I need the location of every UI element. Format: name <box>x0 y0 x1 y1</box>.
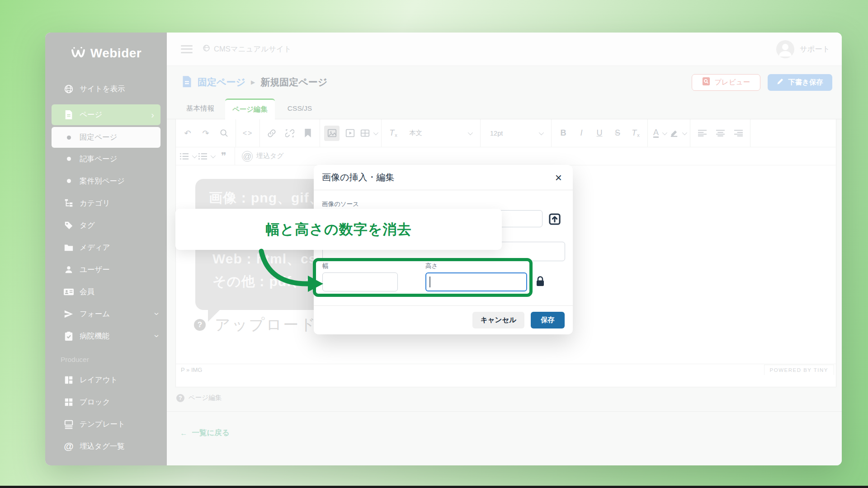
sidebar-item-case-pages[interactable]: 案件別ページ <box>45 170 167 192</box>
breadcrumb-separator-icon: ▶ <box>251 79 255 85</box>
strikethrough-button[interactable]: S <box>610 126 625 141</box>
topbar: CMSマニュアルサイト サポート <box>167 33 842 66</box>
annotation-text: 幅と高さの数字を消去 <box>266 220 412 239</box>
italic-button[interactable]: I <box>574 126 589 141</box>
category-tree-icon <box>63 198 74 208</box>
undo-button[interactable]: ↶ <box>180 126 195 141</box>
user-name: サポート <box>800 44 830 54</box>
clear-formatting-button[interactable]: Tx <box>386 126 401 141</box>
width-input[interactable] <box>322 272 398 291</box>
numbered-list-button[interactable] <box>180 150 196 163</box>
insert-image-button[interactable] <box>324 126 340 141</box>
height-input[interactable] <box>425 272 527 291</box>
user-menu[interactable]: サポート <box>776 40 830 58</box>
at-icon: @ <box>63 441 74 452</box>
anchor-bookmark-button[interactable] <box>300 126 316 141</box>
remove-format-button[interactable]: Tx <box>628 126 643 141</box>
width-label: 幅 <box>322 262 329 270</box>
dialog-title: 画像の挿入・編集 <box>322 171 394 183</box>
layout-icon <box>63 375 74 385</box>
tab-basic-info[interactable]: 基本情報 <box>175 98 225 119</box>
sidebar-item-hospital-functions[interactable]: 病院機能 › <box>45 325 167 347</box>
breadcrumb: 固定ページ ▶ 新規固定ページ <box>182 75 327 89</box>
search-button[interactable] <box>216 126 231 141</box>
sidebar-item-users[interactable]: ユーザー <box>45 258 167 281</box>
sidebar-item-layout[interactable]: レイアウト <box>45 369 167 391</box>
highlight-color-button[interactable] <box>670 126 686 141</box>
link-button[interactable] <box>264 126 279 141</box>
bullet-icon <box>63 179 74 183</box>
sidebar-item-embed-tags[interactable]: @ 埋込タグ一覧 <box>45 435 167 457</box>
sidebar-item-category[interactable]: カテゴリ <box>45 192 167 214</box>
help-icon[interactable]: ? <box>176 394 184 402</box>
source-code-button[interactable]: <> <box>240 126 255 141</box>
constrain-proportions-lock-icon[interactable] <box>535 276 545 289</box>
sidebar-item-label: テンプレート <box>80 419 159 429</box>
upload-file-button[interactable] <box>548 212 561 226</box>
sidebar-item-label: 埋込タグ一覧 <box>80 441 159 451</box>
breadcrumb-section[interactable]: 固定ページ <box>198 76 245 89</box>
sidebar-item-label: メディア <box>80 243 159 253</box>
tab-page-edit[interactable]: ページ編集 <box>225 99 275 119</box>
height-label: 高さ <box>425 262 438 270</box>
sidebar-item-pages[interactable]: ページ › <box>52 104 160 125</box>
sidebar-item-forms[interactable]: フォーム › <box>45 303 167 325</box>
document-icon <box>182 75 192 89</box>
underline-button[interactable]: U <box>592 126 607 141</box>
text-color-button[interactable]: A <box>652 126 667 141</box>
blockquote-button[interactable]: ❞ <box>217 150 231 163</box>
sidebar-item-tags[interactable]: タグ <box>45 214 167 236</box>
embed-tag-button[interactable]: @ 埋込タグ <box>239 151 287 162</box>
align-center-button[interactable] <box>712 126 728 141</box>
at-icon: @ <box>242 151 253 162</box>
editor-toolbar-row1: ↶ ↷ <> <box>176 119 836 147</box>
sidebar-item-blocks[interactable]: ブロック <box>45 391 167 413</box>
insert-media-button[interactable] <box>342 126 358 141</box>
unlink-button[interactable] <box>282 126 297 141</box>
close-icon[interactable]: × <box>552 171 565 184</box>
editor-toolbar-row2: ❞ @ 埋込タグ <box>176 147 836 165</box>
sidebar-item-templates[interactable]: テンプレート <box>45 413 167 435</box>
sidebar-item-label: ブロック <box>80 397 159 407</box>
insert-table-button[interactable] <box>360 126 377 141</box>
sidebar-item-label: カテゴリ <box>80 198 159 208</box>
bullet-list-button[interactable] <box>198 150 214 163</box>
align-left-button[interactable] <box>694 126 710 141</box>
preview-search-icon <box>702 77 710 88</box>
align-right-button[interactable] <box>731 126 746 141</box>
sidebar-item-media[interactable]: メディア <box>45 236 167 258</box>
image-source-label: 画像のソース <box>322 200 359 208</box>
tab-css-js[interactable]: CSS/JS <box>275 98 325 119</box>
divider <box>167 411 842 412</box>
help-row: ? ページ編集 <box>176 394 842 402</box>
globe-icon <box>203 44 210 54</box>
member-card-icon <box>63 287 74 297</box>
powered-by-tiny-link[interactable]: POWERED BY TINY <box>764 365 834 375</box>
hamburger-menu-icon[interactable] <box>181 45 193 53</box>
sidebar-item-label: レイアウト <box>80 375 159 385</box>
save-button[interactable]: 保存 <box>531 312 565 328</box>
back-to-list-link[interactable]: ← 一覧に戻る <box>180 428 842 438</box>
cancel-button[interactable]: キャンセル <box>472 312 524 328</box>
chevron-right-icon: › <box>151 110 154 120</box>
site-link[interactable]: CMSマニュアルサイト <box>203 44 292 54</box>
block-format-select[interactable]: 本文 <box>404 126 476 141</box>
element-path: P » IMG <box>181 366 202 373</box>
webider-logo[interactable]: Webider <box>45 46 167 61</box>
blocks-icon <box>63 397 74 407</box>
bold-button[interactable]: B <box>556 126 571 141</box>
sidebar-item-label: フォーム <box>80 309 156 319</box>
sidebar-item-label: タグ <box>80 221 159 230</box>
redo-button[interactable]: ↷ <box>198 126 213 141</box>
sidebar-nav: サイトを表示 ページ › 固定ページ 記事ページ 案件別ペー <box>45 78 167 457</box>
save-draft-button[interactable]: 下書き保存 <box>768 74 832 91</box>
sidebar-item-view-site[interactable]: サイトを表示 <box>45 78 167 100</box>
preview-button[interactable]: プレビュー <box>692 74 760 91</box>
tab-bar: 基本情報 ページ編集 CSS/JS <box>167 99 842 119</box>
sidebar-item-article-pages[interactable]: 記事ページ <box>45 148 167 170</box>
sidebar-item-label: 案件別ページ <box>80 176 159 186</box>
font-size-select[interactable]: 12pt <box>485 126 547 141</box>
sidebar-item-fixed-pages[interactable]: 固定ページ <box>52 127 160 148</box>
sidebar-item-label: 病院機能 <box>80 331 156 341</box>
sidebar-item-members[interactable]: 会員 <box>45 281 167 303</box>
